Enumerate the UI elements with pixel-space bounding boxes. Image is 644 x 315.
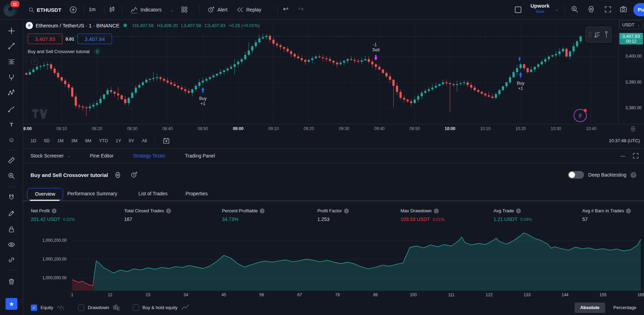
equity-curve-chart[interactable] [69,229,644,291]
range-1m[interactable]: 1M [57,138,63,143]
info-icon[interactable]: i [344,208,349,213]
toolbar-divider [565,6,565,14]
range-all[interactable]: All [142,138,147,143]
strategy-legend-title[interactable]: Buy and Sell Crossover tutorial [28,49,89,54]
info-icon[interactable]: i [434,208,439,213]
price-axis[interactable]: USDT ⌄ 3,407.83 00:12 3,400.003,390.003,… [618,19,644,124]
drawdown-style-icon[interactable] [113,305,120,311]
zoom-in-tool-button[interactable] [6,170,17,182]
panel-minimize-button[interactable]: — [621,153,625,159]
subtab-overview[interactable]: Overview [27,188,63,200]
info-icon[interactable]: i [516,208,521,213]
tab-stock-screener[interactable]: Stock Screener [31,153,64,159]
panel-maximize-icon[interactable] [632,152,639,159]
buy-hold-style-icon[interactable] [181,305,189,311]
equity-checkbox[interactable]: ✓ [31,305,37,311]
chart-type-button[interactable] [109,6,116,13]
layout-chevron-icon[interactable]: ⌄ [555,7,558,12]
range-1d[interactable]: 1D [31,138,36,143]
drawdown-checkbox[interactable] [78,305,84,311]
interval-button[interactable]: 1m [89,7,95,12]
fib-retracement-tool-button[interactable] [6,56,17,68]
info-icon[interactable]: i [166,208,171,213]
equity-line-style-icon[interactable] [57,305,65,311]
compare-add-symbol-button[interactable] [69,6,77,14]
indicators-button[interactable]: Indicators [130,5,162,15]
redo-button[interactable]: ↪ [298,5,304,13]
quick-search-button[interactable] [570,5,578,13]
fullscreen-button[interactable] [604,6,612,13]
tab-pine-editor[interactable]: Pine Editor [90,153,113,159]
pattern-tool-button[interactable] [6,87,17,99]
pitchfork-tool-button[interactable] [6,71,17,83]
strategy-alert-icon[interactable] [130,171,138,179]
axis-settings-gear-icon[interactable] [630,126,636,132]
publish-button[interactable]: Pu [633,3,644,16]
buy-hold-checkbox[interactable] [133,305,139,311]
drag-handle-icon[interactable] [589,32,592,38]
indicator-templates-button[interactable] [181,6,188,13]
magnet-mode-button[interactable] [6,191,17,203]
lock-drawings-button[interactable] [6,223,17,235]
go-to-date-icon[interactable] [163,137,170,144]
deep-backtesting-toggle[interactable] [568,171,584,179]
info-icon[interactable]: i [52,208,57,213]
percentage-mode-button[interactable]: Percentage [613,305,637,310]
subtab-properties[interactable]: Properties [186,191,208,196]
help-icon[interactable]: ? [630,172,636,178]
range-5d[interactable]: 5D [44,138,50,143]
currency-unit-button[interactable]: USDT ⌄ [619,20,643,29]
info-icon[interactable]: i [260,208,265,213]
assistant-bot-button[interactable] [574,109,587,122]
buy-ask-button[interactable]: 3,407.84 [77,34,112,44]
indicators-chevron-icon[interactable]: ⌄ [170,8,174,12]
trendline-tool-button[interactable] [6,40,17,52]
range-3m[interactable]: 3M [71,138,77,143]
screenshot-button[interactable] [619,5,627,13]
info-icon[interactable]: i [626,208,631,213]
measure-tool-button[interactable] [6,154,17,166]
drawing-mode-button[interactable] [6,207,17,219]
subtab-list-of-trades[interactable]: List of Trades [138,191,168,196]
symbol-title[interactable]: Ethereum / TetherUS · 1 · BINANCE [36,23,119,28]
anchored-line-icon[interactable] [604,31,609,39]
sync-drawings-button[interactable] [6,254,17,266]
candlestick-chart[interactable]: Buy+1-1SellBuy+1 [23,19,618,124]
stat-sub-value: 0.02% [63,217,75,222]
subtab-performance-summary[interactable]: Performance Summary [67,191,117,196]
text-tool-button[interactable]: T [6,118,17,130]
emoji-tool-button[interactable]: ☺ [6,134,17,146]
range-6m[interactable]: 6M [85,138,91,143]
market-status-dot[interactable] [123,24,127,27]
hide-drawings-button[interactable] [6,239,17,250]
remove-drawings-button[interactable] [6,275,17,287]
strategy-settings-gear-icon[interactable] [114,171,121,179]
layout-name-button[interactable]: Upwork Save [529,3,551,14]
time-axis[interactable]: 08:0008:1008:2008:3008:4008:5009:0009:10… [23,124,644,133]
undo-button[interactable]: ↩ [283,5,289,13]
range-5y[interactable]: 5Y [129,138,134,143]
sell-bid-button[interactable]: 3,407.83 [28,34,62,44]
legend-collapse-button[interactable]: ⌃ [31,59,38,65]
range-ytd[interactable]: YTD [99,138,108,143]
symbol-search-button[interactable]: ETHUSDT [28,5,61,15]
settings-button[interactable] [587,5,595,13]
stat-avg-bars-in-trades: Avg # Bars in Tradesi 57 [582,208,631,222]
layout-panel-button[interactable] [514,6,522,14]
tab-strategy-tester[interactable]: Strategy Tester [133,153,165,159]
pine-script-icon[interactable]: {} [94,48,101,55]
alert-button[interactable]: Alert [207,5,227,15]
range-1y[interactable]: 1Y [115,138,121,143]
object-tree-icon[interactable] [594,31,601,39]
absolute-mode-button[interactable]: Absolute [575,303,605,313]
save-button[interactable]: Save [529,9,551,14]
favorites-star-button[interactable]: ★ [6,298,17,310]
open-value: 3,407.58 [136,23,154,28]
crosshair-tool-button[interactable] [6,25,17,37]
tab-trading-panel[interactable]: Trading Panel [185,153,215,159]
stock-screener-chevron-icon[interactable]: ⌄ [67,154,70,158]
replay-button[interactable]: Replay [237,5,261,15]
stat-label: Net Profit [31,208,50,213]
brush-tool-button[interactable] [6,103,17,115]
clock-utc[interactable]: 10:37:48 (UTC) [609,138,644,143]
